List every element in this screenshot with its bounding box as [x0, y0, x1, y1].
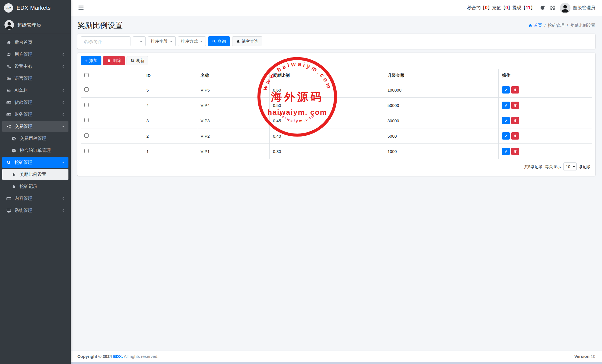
refresh-icon[interactable]: [540, 5, 545, 10]
search-icon: [212, 39, 216, 43]
sidebar-item-trade[interactable]: 交易管理: [2, 121, 68, 132]
robot-icon: [6, 88, 12, 93]
sidebar-item-dashboard[interactable]: 后台首页: [2, 37, 68, 48]
sidebar-item-users[interactable]: 用户管理: [2, 49, 68, 60]
topbar-user-menu[interactable]: 超级管理员: [560, 3, 595, 13]
per-page-select[interactable]: 10: [563, 162, 577, 171]
chevron-left-icon: [61, 113, 65, 116]
chevron-down-icon: [61, 125, 65, 128]
chevron-left-icon: [61, 197, 65, 200]
delete-button[interactable]: 删除: [103, 56, 125, 65]
delete-row-button[interactable]: [511, 132, 519, 140]
sidebar-item-content[interactable]: 内容管理: [2, 193, 68, 204]
col-name: 名称: [197, 69, 270, 82]
search-icon: [6, 160, 12, 165]
chevron-left-icon: [61, 65, 65, 68]
home-icon: [528, 23, 532, 28]
trash-icon: [513, 150, 517, 153]
col-amount: 升级金额: [384, 69, 499, 82]
edit-button[interactable]: [502, 148, 510, 155]
pencil-icon: [504, 119, 508, 123]
plus-icon: +: [85, 58, 87, 63]
edit-button[interactable]: [502, 132, 510, 140]
edit-button[interactable]: [502, 117, 510, 124]
eraser-icon: [236, 39, 240, 43]
spider-icon: [11, 172, 17, 177]
caret-down-icon: [200, 41, 203, 42]
footer-brand-link[interactable]: EDX.: [113, 354, 123, 359]
sidebar-item-reward-ratio[interactable]: 奖励比例设置: [2, 169, 68, 180]
add-button[interactable]: +添加: [81, 56, 101, 65]
sidebar-item-ai-arbitrage[interactable]: AI套利: [2, 85, 68, 96]
row-checkbox[interactable]: [84, 149, 89, 153]
caret-down-icon: [140, 41, 142, 42]
row-checkbox[interactable]: [84, 133, 89, 138]
sidebar-item-trade-coins[interactable]: 交易币种管理: [2, 133, 68, 144]
main-area: 秒合约【0】 充值【0】 提现【11】 超级管理员: [71, 0, 602, 364]
pagination: 共5条记录 每页显示 10 条记录: [81, 159, 592, 174]
search-input[interactable]: [81, 36, 130, 46]
stat-seconds-contract: 0: [485, 5, 487, 10]
sort-order-select[interactable]: 排序方式: [178, 36, 206, 46]
user-avatar: [4, 20, 14, 30]
row-checkbox[interactable]: [84, 103, 89, 107]
row-checkbox[interactable]: [84, 118, 89, 122]
fullscreen-icon[interactable]: [550, 5, 555, 10]
sidebar-user-panel[interactable]: 超级管理员: [0, 16, 71, 34]
edit-button[interactable]: [502, 102, 510, 109]
breadcrumb-home-link[interactable]: 首页: [528, 23, 542, 28]
sidebar-menu: 后台首页 用户管理 设置中心 AZ 语言管理 AI套利: [0, 34, 71, 364]
row-checkbox[interactable]: [84, 87, 89, 92]
select-all-checkbox[interactable]: [84, 73, 89, 77]
table-row: 5 VIP5 0.60 100000: [81, 82, 592, 98]
sidebar-item-mining-records[interactable]: 挖矿记录: [2, 181, 68, 192]
sort-field-select[interactable]: 排序字段: [148, 36, 176, 46]
table-row: 4 VIP4 0.50 50000: [81, 98, 592, 113]
delete-row-button[interactable]: [511, 148, 519, 155]
sidebar-item-loans[interactable]: 贷款管理: [2, 97, 68, 108]
sidebar: EDX EDX-Markets 超级管理员 后台首页 用户管理 设置中心: [0, 0, 71, 364]
topbar-username: 超级管理员: [573, 5, 595, 11]
breadcrumb-current: 奖励比例设置: [570, 23, 595, 28]
stat-deposit: 0: [505, 5, 508, 10]
sidebar-username: 超级管理员: [17, 22, 41, 28]
sidebar-item-mining[interactable]: 挖矿管理: [2, 157, 68, 168]
hamburger-menu-icon[interactable]: [77, 4, 85, 11]
sidebar-item-system[interactable]: 系统管理: [2, 205, 68, 216]
money-bill-icon: [6, 100, 12, 105]
pencil-icon: [504, 150, 508, 153]
droplet-icon: [11, 184, 17, 189]
language-icon: AZ: [6, 76, 12, 81]
brand-logo-icon: EDX: [4, 3, 13, 13]
query-button[interactable]: 查询: [208, 36, 230, 46]
brand-name: EDX-Markets: [16, 5, 51, 11]
person-icon: [560, 3, 570, 13]
topbar: 秒合约【0】 充值【0】 提现【11】 超级管理员: [71, 0, 602, 16]
page-title: 奖励比例设置: [77, 20, 123, 30]
trash-icon: [513, 104, 517, 107]
delete-row-button[interactable]: [511, 117, 519, 124]
table-row: 2 VIP2 0.40 5000: [81, 128, 592, 144]
sidebar-item-finance[interactable]: 财务管理: [2, 109, 68, 120]
sidebar-item-language[interactable]: AZ 语言管理: [2, 73, 68, 84]
brand[interactable]: EDX EDX-Markets: [0, 0, 71, 16]
clear-query-button[interactable]: 清空查询: [232, 36, 262, 46]
trash-icon: [513, 134, 517, 138]
edit-button[interactable]: [502, 86, 510, 94]
stat-withdraw: 11: [526, 5, 530, 10]
breadcrumb-mining: 挖矿管理: [548, 23, 565, 28]
sidebar-item-settings[interactable]: 设置中心: [2, 61, 68, 72]
cube-icon: [11, 148, 17, 153]
filter-bar: 排序字段 排序方式 查询 清空查询: [77, 34, 595, 49]
sidebar-item-contract-orders[interactable]: 秒合约订单管理: [2, 145, 68, 156]
desktop-icon: [6, 208, 12, 213]
delete-row-button[interactable]: [511, 86, 519, 94]
refresh-button[interactable]: ↻刷新: [127, 56, 148, 65]
chevron-down-icon: [61, 161, 65, 164]
user-avatar: [560, 3, 570, 13]
col-id: ID: [143, 69, 197, 82]
reward-ratio-table: ID 名称 奖励比例 升级金额 操作 5 VIP5 0.60: [81, 69, 592, 159]
search-field-select[interactable]: [133, 36, 146, 46]
delete-row-button[interactable]: [511, 102, 519, 109]
pencil-icon: [504, 88, 508, 92]
